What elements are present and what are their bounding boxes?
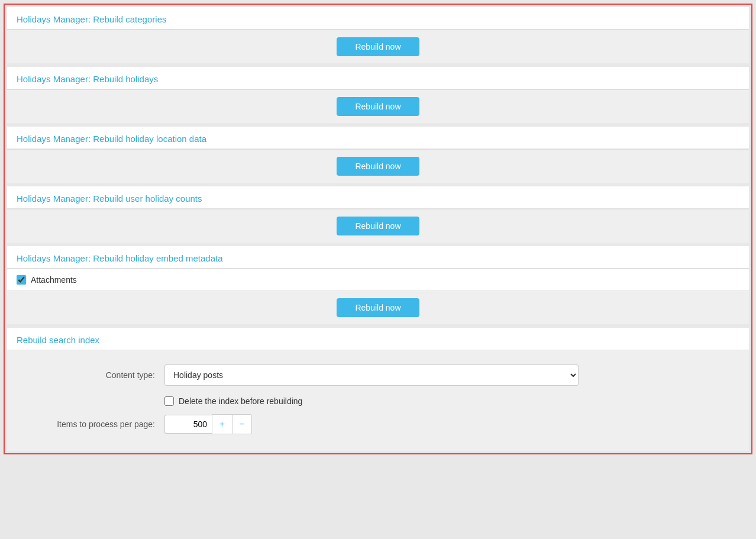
attachments-label[interactable]: Attachments (17, 275, 77, 285)
rebuild-embed-button[interactable]: Rebuild now (337, 298, 419, 317)
rebuild-holidays-button[interactable]: Rebuild now (337, 97, 419, 116)
decrement-button[interactable]: − (232, 414, 252, 434)
section-title-embed: Holidays Manager: Rebuild holiday embed … (17, 253, 223, 263)
section-body-user-counts: Rebuild now (7, 209, 749, 243)
attachments-text: Attachments (31, 275, 77, 285)
increment-button[interactable]: + (212, 414, 232, 434)
section-embed-metadata: Holidays Manager: Rebuild holiday embed … (7, 246, 749, 324)
content-type-row: Content type: Holiday posts All post typ… (7, 360, 749, 390)
section-body-location: Rebuild now (7, 149, 749, 183)
delete-index-row: Delete the index before rebuilding (7, 393, 749, 409)
section-rebuild-location: Holidays Manager: Rebuild holiday locati… (7, 127, 749, 183)
rebuild-categories-button[interactable]: Rebuild now (337, 37, 419, 56)
stepper: 500 + − (164, 414, 579, 434)
embed-btn-row: Rebuild now (7, 291, 749, 324)
section-body-holidays: Rebuild now (7, 89, 749, 123)
rebuild-user-counts-button[interactable]: Rebuild now (337, 217, 419, 235)
items-per-page-label: Items to process per page: (17, 419, 164, 429)
content-type-label: Content type: (17, 370, 164, 380)
attachments-checkbox[interactable] (17, 275, 26, 285)
content-type-control: Holiday posts All post types (164, 364, 579, 386)
content-type-select[interactable]: Holiday posts All post types (164, 364, 579, 386)
section-body-categories: Rebuild now (7, 30, 749, 63)
section-header-location: Holidays Manager: Rebuild holiday locati… (7, 127, 749, 149)
section-header-embed: Holidays Manager: Rebuild holiday embed … (7, 246, 749, 269)
section-header-categories: Holidays Manager: Rebuild categories (7, 7, 749, 30)
items-per-page-input[interactable]: 500 (164, 415, 212, 434)
section-title-location: Holidays Manager: Rebuild holiday locati… (17, 134, 206, 144)
items-per-page-control: 500 + − (164, 414, 579, 434)
delete-index-text: Delete the index before rebuilding (179, 396, 302, 406)
delete-index-checkbox[interactable] (164, 396, 174, 406)
section-rebuild-categories: Holidays Manager: Rebuild categories Reb… (7, 7, 749, 63)
rebuild-location-button[interactable]: Rebuild now (337, 157, 419, 176)
items-per-page-row: Items to process per page: 500 + − (7, 409, 749, 439)
attachments-row: Attachments (7, 269, 749, 291)
section-title-search: Rebuild search index (17, 335, 99, 345)
page-wrapper: Holidays Manager: Rebuild categories Reb… (4, 4, 752, 454)
section-header-search: Rebuild search index (7, 328, 749, 350)
search-section-body: Content type: Holiday posts All post typ… (7, 350, 749, 451)
section-rebuild-user-counts: Holidays Manager: Rebuild user holiday c… (7, 186, 749, 243)
section-title-user-counts: Holidays Manager: Rebuild user holiday c… (17, 193, 202, 204)
section-title-holidays: Holidays Manager: Rebuild holidays (17, 74, 158, 84)
section-title-categories: Holidays Manager: Rebuild categories (17, 14, 166, 24)
section-rebuild-holidays: Holidays Manager: Rebuild holidays Rebui… (7, 67, 749, 123)
section-search-index: Rebuild search index Content type: Holid… (7, 328, 749, 451)
delete-index-label[interactable]: Delete the index before rebuilding (164, 396, 302, 406)
section-header-holidays: Holidays Manager: Rebuild holidays (7, 67, 749, 89)
section-header-user-counts: Holidays Manager: Rebuild user holiday c… (7, 186, 749, 209)
